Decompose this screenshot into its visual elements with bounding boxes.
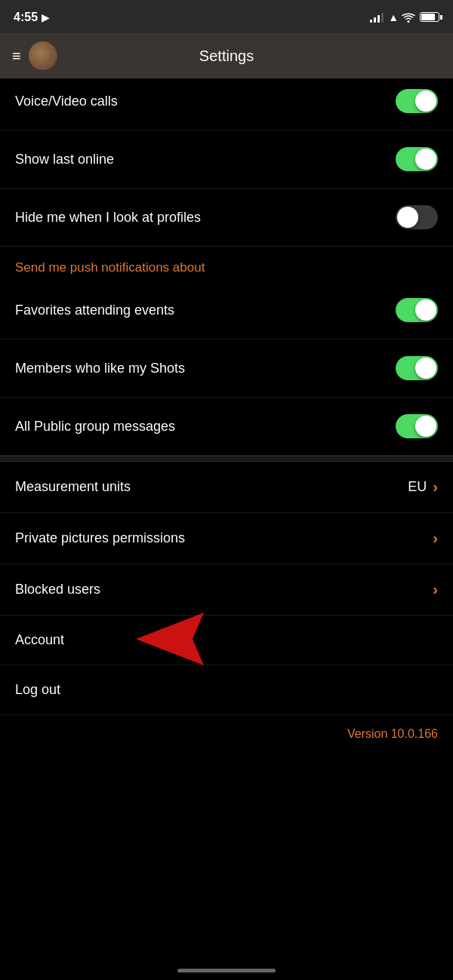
toggle-knob [415,300,436,321]
account-row[interactable]: Account [0,616,453,665]
svg-point-0 [408,20,410,23]
members-like-shots-toggle[interactable] [396,356,438,380]
measurement-units-row[interactable]: Measurement units EU › [0,462,453,513]
settings-content: Voice/Video calls Show last online Hide … [0,78,453,763]
page-title: Settings [199,48,254,65]
blocked-users-right: › [433,581,438,598]
members-like-shots-row[interactable]: Members who like my Shots [0,339,453,398]
home-indicator [177,969,276,972]
hide-me-toggle[interactable] [396,205,438,229]
voice-video-calls-toggle[interactable] [396,89,438,113]
toggle-knob [415,91,436,112]
status-time: 4:55 ▶ [14,11,49,24]
header-left: ≡ [12,41,57,70]
toggle-knob [415,416,436,437]
version-text: Version 10.0.166 [347,727,438,740]
logout-label: Log out [15,682,60,697]
favorites-events-label: Favorites attending events [15,303,174,318]
signal-icon [370,12,384,23]
location-icon: ▶ [42,12,49,23]
logout-row[interactable]: Log out [0,665,453,715]
red-arrow-annotation [136,609,234,672]
battery-icon [420,12,439,22]
public-group-messages-toggle[interactable] [396,414,438,438]
hide-me-label: Hide me when I look at profiles [15,210,201,226]
show-last-online-row[interactable]: Show last online [0,131,453,189]
time-display: 4:55 [14,11,38,24]
public-group-messages-label: All Public group messages [15,419,175,435]
show-last-online-label: Show last online [15,152,114,167]
chevron-right-icon: › [433,478,438,496]
favorites-events-toggle[interactable] [396,298,438,322]
header: ≡ Settings [0,33,453,78]
svg-marker-1 [136,613,204,665]
favorites-events-row[interactable]: Favorites attending events [0,281,453,339]
version-row: Version 10.0.166 [0,715,453,763]
voice-video-calls-row[interactable]: Voice/Video calls [0,78,453,131]
measurement-units-label: Measurement units [15,479,131,495]
voice-video-calls-label: Voice/Video calls [15,94,118,109]
public-group-messages-row[interactable]: All Public group messages [0,398,453,456]
status-icons: ▲ [370,11,439,23]
wifi-icon: ▲ [388,11,415,23]
toggle-knob [415,358,436,379]
hamburger-icon[interactable]: ≡ [12,48,21,65]
measurement-units-right: EU › [408,478,438,496]
section-divider [0,456,453,462]
measurement-units-value: EU [408,479,427,495]
members-like-shots-label: Members who like my Shots [15,361,185,376]
chevron-right-icon: › [433,530,438,547]
status-bar: 4:55 ▶ ▲ [0,0,453,33]
blocked-users-label: Blocked users [15,582,100,598]
private-pictures-row[interactable]: Private pictures permissions › [0,513,453,564]
private-pictures-label: Private pictures permissions [15,530,185,546]
account-label: Account [15,632,64,648]
private-pictures-right: › [433,530,438,547]
toggle-knob [415,149,436,170]
show-last-online-toggle[interactable] [396,147,438,171]
hide-me-row[interactable]: Hide me when I look at profiles [0,189,453,247]
notifications-section-header: Send me push notifications about [0,247,453,281]
avatar[interactable] [29,41,57,70]
toggle-knob [397,207,418,228]
chevron-right-icon: › [433,581,438,598]
